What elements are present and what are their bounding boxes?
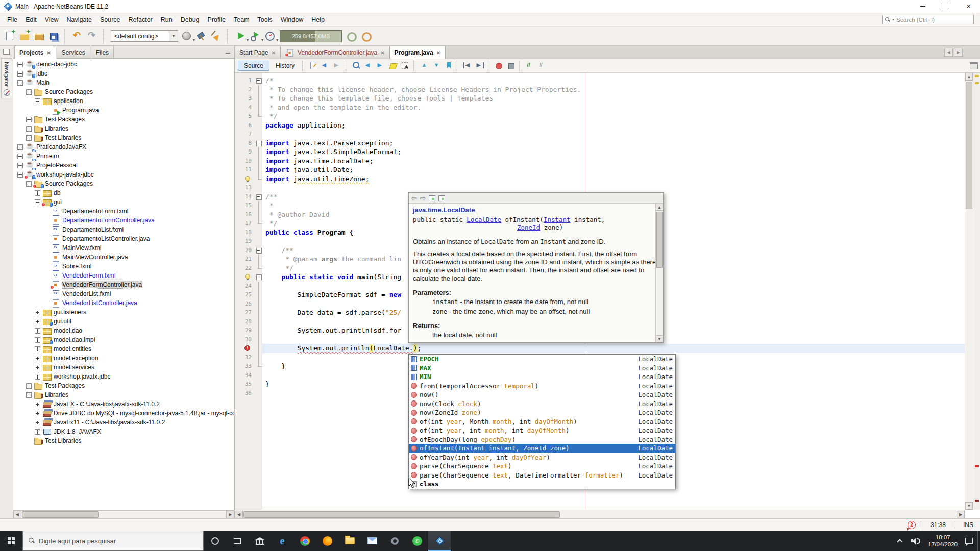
menu-item-refactor[interactable]: Refactor xyxy=(125,14,157,26)
tab-scroll-right-icon[interactable]: ▶ xyxy=(954,48,963,57)
tree-item[interactable]: gui.listeners xyxy=(13,308,234,317)
tree-item[interactable]: Source Packages xyxy=(13,87,234,96)
profiler-snapshot-button[interactable] xyxy=(359,29,373,43)
find-previous-icon[interactable] xyxy=(363,60,375,71)
scroll-left-icon[interactable]: ◀ xyxy=(235,511,243,518)
menu-item-view[interactable]: View xyxy=(41,14,63,26)
panel-tab-files[interactable]: Files xyxy=(91,46,114,58)
next-bookmark-icon[interactable] xyxy=(431,60,443,71)
back-icon[interactable] xyxy=(320,60,331,71)
expand-icon[interactable] xyxy=(17,144,23,150)
tree-item[interactable]: Test Packages xyxy=(13,115,234,124)
code-line-1[interactable]: 1/* xyxy=(235,76,980,85)
find-next-icon[interactable] xyxy=(375,60,387,71)
close-icon[interactable]: ✕ xyxy=(272,50,276,56)
taskbar-clock[interactable]: 10:0717/04/2020 xyxy=(925,531,961,551)
code-line-8[interactable]: 8import java.text.ParseException; xyxy=(235,139,980,148)
tree-item[interactable]: Fx!workshop-javafx-jdbc xyxy=(13,170,234,179)
forward-icon[interactable] xyxy=(332,60,344,71)
completion-item[interactable]: of(int year, int month, int dayOfMonth)L… xyxy=(409,426,675,435)
menu-item-edit[interactable]: Edit xyxy=(21,14,41,26)
tree-item[interactable]: MainViewController.java xyxy=(13,253,234,262)
chrome-icon[interactable] xyxy=(293,531,316,551)
code-line-13[interactable]: 13 xyxy=(235,183,980,192)
expand-icon[interactable] xyxy=(26,135,32,141)
javadoc-forward-icon[interactable]: ⇨ xyxy=(420,194,426,202)
open-project-button[interactable] xyxy=(32,29,46,43)
completion-item[interactable]: from(TemporalAccessor temporal)LocalDate xyxy=(409,382,675,391)
expand-icon[interactable] xyxy=(35,346,40,352)
close-icon[interactable]: ✕ xyxy=(46,50,51,56)
minimize-button[interactable] xyxy=(911,0,934,13)
select-in-projects-icon[interactable] xyxy=(400,60,411,71)
clean-build-button[interactable] xyxy=(210,29,224,43)
stop-macro-recording-icon[interactable] xyxy=(505,60,517,71)
completion-item[interactable]: now()LocalDate xyxy=(409,390,675,399)
action-center-icon[interactable] xyxy=(961,531,977,551)
expand-icon[interactable] xyxy=(35,356,40,361)
menu-item-window[interactable]: Window xyxy=(277,14,307,26)
code-line-3[interactable]: 3 * To change this template file, choose… xyxy=(235,94,980,103)
warning-bulb-icon[interactable] xyxy=(245,274,250,279)
taskbar-search-input[interactable]: Digite aqui para pesquisar xyxy=(22,531,204,551)
completion-item[interactable]: ofEpochDay(long epochDay)LocalDate xyxy=(409,435,675,444)
editor-tab-start-page[interactable]: Start Page✕ xyxy=(235,46,281,59)
undo-button[interactable] xyxy=(71,29,85,43)
close-button[interactable] xyxy=(957,0,980,13)
expand-icon[interactable] xyxy=(35,429,40,435)
tree-item[interactable]: DepartamentoFormController.java xyxy=(13,216,234,225)
scroll-up-icon[interactable]: ▲ xyxy=(965,73,973,81)
code-line-6[interactable]: 6package application; xyxy=(235,121,980,130)
javadoc-class-link[interactable]: java.time.LocalDate xyxy=(413,206,658,214)
config-select[interactable]: <default config> ▾ xyxy=(111,30,178,42)
cortana-button[interactable] xyxy=(204,531,226,551)
expand-icon[interactable] xyxy=(17,163,23,168)
tree-item[interactable]: FxPraticandoJavaFX xyxy=(13,142,234,152)
search-input[interactable]: ▾ Search (Ctrl+I) xyxy=(882,15,974,24)
expand-icon[interactable] xyxy=(26,126,32,132)
mail-icon[interactable] xyxy=(361,531,383,551)
tree-item[interactable]: VendedorForm.fxml xyxy=(13,271,234,280)
code-line-2[interactable]: 2 * To change this license header, choos… xyxy=(235,85,980,94)
history-view-button[interactable]: History xyxy=(270,61,300,70)
tree-item[interactable]: model.entities xyxy=(13,344,234,354)
tree-item[interactable]: model.exception xyxy=(13,354,234,363)
tree-item[interactable]: model.dao.impl xyxy=(13,335,234,344)
edge-icon[interactable]: e xyxy=(271,531,293,551)
memory-indicator[interactable]: 259,8/457,0MB xyxy=(280,30,342,42)
tree-item[interactable]: VendedorListController.java xyxy=(13,298,234,308)
collapse-icon[interactable] xyxy=(26,392,32,398)
minimize-panel-icon[interactable] xyxy=(225,49,231,55)
tree-item[interactable]: model.dao xyxy=(13,326,234,335)
collapse-icon[interactable] xyxy=(17,172,23,178)
scroll-left-icon[interactable]: ◀ xyxy=(13,511,21,518)
collapse-icon[interactable] xyxy=(17,80,23,86)
tree-item[interactable]: JavaFx11 - C:\Java-libs\javafx-sdk-11.0.… xyxy=(13,418,234,427)
shift-right-icon[interactable] xyxy=(474,60,486,71)
comment-icon[interactable] xyxy=(524,60,536,71)
completion-item[interactable]: now(ZoneId zone)LocalDate xyxy=(409,408,675,417)
tree-item[interactable]: workshop.javafx.jdbc xyxy=(13,372,234,381)
menu-item-source[interactable]: Source xyxy=(96,14,125,26)
code-line-5[interactable]: 5 */ xyxy=(235,112,980,121)
expand-icon[interactable] xyxy=(17,71,23,77)
close-icon[interactable]: ✕ xyxy=(436,50,440,56)
completion-item[interactable]: ofYearDay(int year, int dayOfYear)LocalD… xyxy=(409,453,675,462)
expand-icon[interactable] xyxy=(35,310,40,315)
save-all-button[interactable] xyxy=(47,29,61,43)
volume-icon[interactable] xyxy=(906,531,925,551)
error-stripe[interactable] xyxy=(973,73,980,510)
collapse-icon[interactable] xyxy=(35,98,40,104)
expand-icon[interactable] xyxy=(17,154,23,159)
start-button[interactable] xyxy=(0,531,22,551)
menu-item-profile[interactable]: Profile xyxy=(204,14,230,26)
expand-icon[interactable] xyxy=(35,411,40,416)
scroll-right-icon[interactable]: ▶ xyxy=(957,511,965,518)
tree-item[interactable]: DepartamentoListController.java xyxy=(13,234,234,243)
editor-horizontal-scrollbar[interactable]: ◀ ▶ xyxy=(235,510,965,518)
completion-item[interactable]: now(Clock clock)LocalDate xyxy=(409,399,675,409)
editor-vertical-scrollbar[interactable]: ▲ ▼ xyxy=(965,73,973,510)
task-view-button[interactable] xyxy=(226,531,249,551)
tree-item[interactable]: JDK 1.8_JAVAFX xyxy=(13,427,234,436)
tree-item[interactable]: FxPrimeiro xyxy=(13,152,234,161)
